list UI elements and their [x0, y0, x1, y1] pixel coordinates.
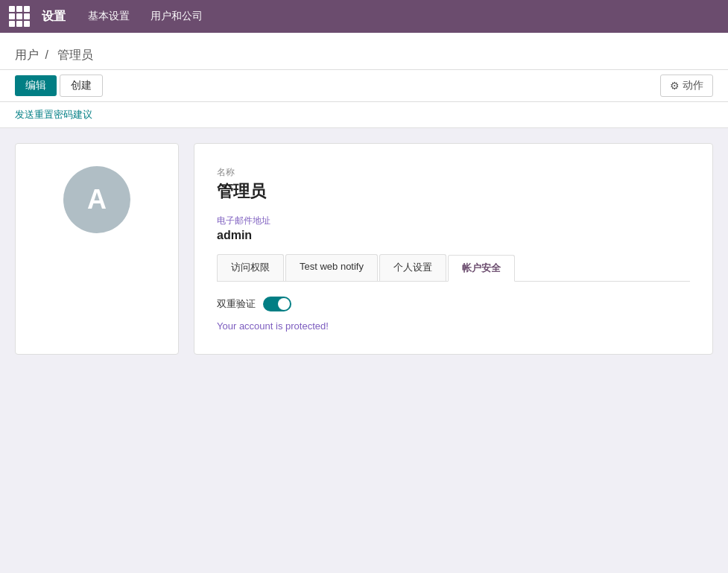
name-label: 名称 — [217, 166, 690, 179]
email-label: 电子邮件地址 — [217, 215, 690, 227]
edit-button[interactable]: 编辑 — [15, 75, 57, 96]
two-factor-label: 双重验证 — [217, 297, 256, 311]
breadcrumb-parent[interactable]: 用户 — [15, 48, 39, 61]
tabs: 访问权限 Test web notify 个人设置 帐户安全 — [217, 254, 690, 282]
topnav-menu: 基本设置 用户和公司 — [77, 0, 213, 33]
action-button[interactable]: ⚙ 动作 — [660, 75, 713, 97]
name-value: 管理员 — [217, 180, 690, 203]
email-field: 电子邮件地址 admin — [217, 215, 690, 242]
two-factor-row: 双重验证 — [217, 297, 690, 311]
breadcrumb: 用户 / 管理员 — [15, 40, 713, 69]
tab-account-security[interactable]: 帐户安全 — [448, 255, 515, 282]
send-reset-password-link[interactable]: 发送重置密码建议 — [15, 109, 92, 120]
breadcrumb-current: 管理员 — [57, 48, 93, 61]
create-button[interactable]: 创建 — [60, 75, 103, 97]
toolbar: 编辑 创建 ⚙ 动作 — [0, 70, 728, 102]
app-title: 设置 — [42, 9, 66, 25]
breadcrumb-separator: / — [45, 48, 48, 61]
topnav-menu-users-company[interactable]: 用户和公司 — [140, 0, 213, 33]
action-link-bar: 发送重置密码建议 — [0, 102, 728, 128]
protected-text: Your account is protected! — [217, 320, 690, 332]
topnav-menu-basic-settings[interactable]: 基本设置 — [77, 0, 140, 33]
toolbar-right: ⚙ 动作 — [660, 75, 713, 97]
toolbar-left: 编辑 创建 — [15, 75, 103, 97]
tab-test-web-notify[interactable]: Test web notify — [285, 254, 378, 281]
tab-personal-settings[interactable]: 个人设置 — [379, 254, 446, 281]
gear-icon: ⚙ — [670, 80, 680, 92]
two-factor-toggle[interactable] — [263, 297, 291, 311]
app-grid-icon[interactable] — [9, 6, 30, 27]
email-value: admin — [217, 229, 690, 242]
page-header: 用户 / 管理员 — [0, 33, 728, 70]
tab-access[interactable]: 访问权限 — [217, 254, 284, 281]
form-panel: 名称 管理员 电子邮件地址 admin 访问权限 Test web notify… — [194, 143, 713, 355]
main-content: A 名称 管理员 电子邮件地址 admin 访问权限 Test web noti… — [0, 128, 728, 370]
tab-content-account-security: 双重验证 Your account is protected! — [217, 297, 690, 332]
avatar-panel: A — [15, 143, 179, 355]
main-wrapper: A 名称 管理员 电子邮件地址 admin 访问权限 Test web noti… — [0, 128, 728, 370]
action-label: 动作 — [683, 79, 703, 92]
avatar: A — [63, 166, 130, 233]
name-field: 名称 管理员 — [217, 166, 690, 203]
topnav: 设置 基本设置 用户和公司 — [0, 0, 728, 33]
